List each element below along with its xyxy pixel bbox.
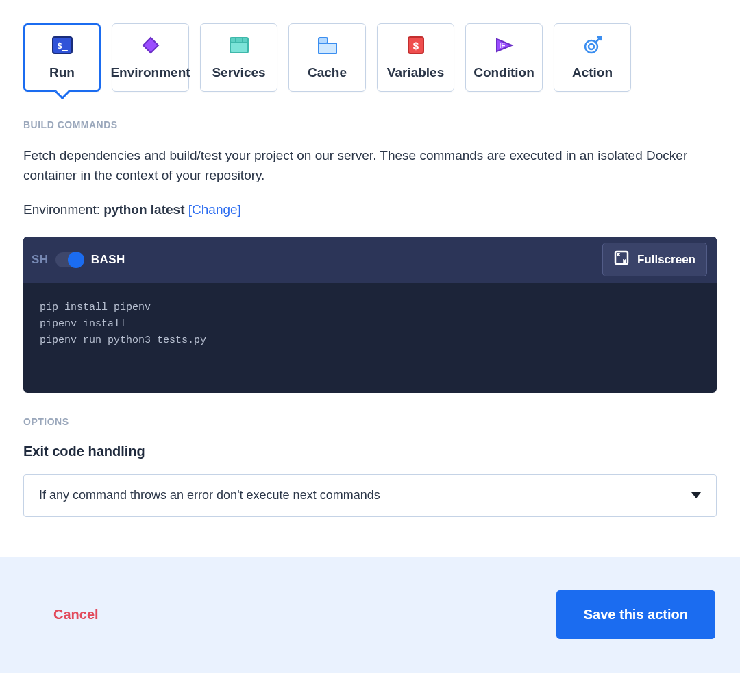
package-icon [228,35,250,56]
tab-environment[interactable]: Environment [112,23,189,92]
svg-text:$: $ [412,40,419,51]
svg-point-13 [589,44,594,49]
tab-label: Environment [110,65,190,80]
chevron-down-icon [691,492,701,498]
change-environment-link[interactable]: [Change] [188,202,241,217]
cancel-button[interactable]: Cancel [53,607,99,623]
folder-icon [317,35,338,56]
environment-line: Environment: python latest [Change] [23,202,717,217]
svg-rect-7 [319,38,328,43]
options-heading: OPTIONS [23,416,717,427]
build-commands-heading: BUILD COMMANDS [23,119,717,130]
environment-prefix: Environment: [23,202,103,217]
fullscreen-label: Fullscreen [637,253,695,267]
code-textarea[interactable]: pip install pipenv pipenv install pipenv… [23,283,717,393]
fullscreen-icon [614,250,629,269]
tab-label: Condition [473,65,534,80]
fullscreen-button[interactable]: Fullscreen [602,243,707,276]
tab-label: Action [572,65,613,80]
shell-toggle-group: SH BASH [32,252,125,267]
svg-marker-2 [143,38,158,53]
svg-rect-4 [230,38,248,43]
tab-services[interactable]: Services [200,23,278,92]
exit-code-label: Exit code handling [23,444,717,459]
terminal-icon: $_ [51,35,73,56]
tab-label: Run [49,65,75,80]
tab-label: Variables [387,65,444,80]
tab-label: Cache [308,65,347,80]
tab-cache[interactable]: Cache [288,23,366,92]
diamond-icon [140,35,162,56]
editor-header: SH BASH Fullscreen [23,237,717,283]
code-editor: SH BASH Fullscreen pip install pipenv pi… [23,237,717,393]
tab-condition[interactable]: IF Condition [465,23,543,92]
target-icon [582,35,604,56]
footer: Cancel Save this action [0,557,740,673]
play-if-icon: IF [493,35,515,56]
tab-action[interactable]: Action [554,23,631,92]
shell-toggle[interactable] [56,252,84,267]
build-description: Fetch dependencies and build/test your p… [23,145,717,186]
dollar-file-icon: $ [405,35,427,56]
bash-label: BASH [91,253,125,267]
save-action-button[interactable]: Save this action [556,590,715,639]
tabs: $_ Run Environment Services Cache $ [23,23,717,92]
sh-label: SH [32,253,49,267]
tab-variables[interactable]: $ Variables [377,23,454,92]
svg-text:$_: $_ [57,40,68,51]
tab-run[interactable]: $_ Run [23,23,101,92]
exit-code-value: If any command throws an error don't exe… [39,488,380,503]
tab-label: Services [212,65,265,80]
svg-text:IF: IF [499,42,505,49]
environment-value: python latest [103,202,184,217]
exit-code-select[interactable]: If any command throws an error don't exe… [23,474,717,517]
